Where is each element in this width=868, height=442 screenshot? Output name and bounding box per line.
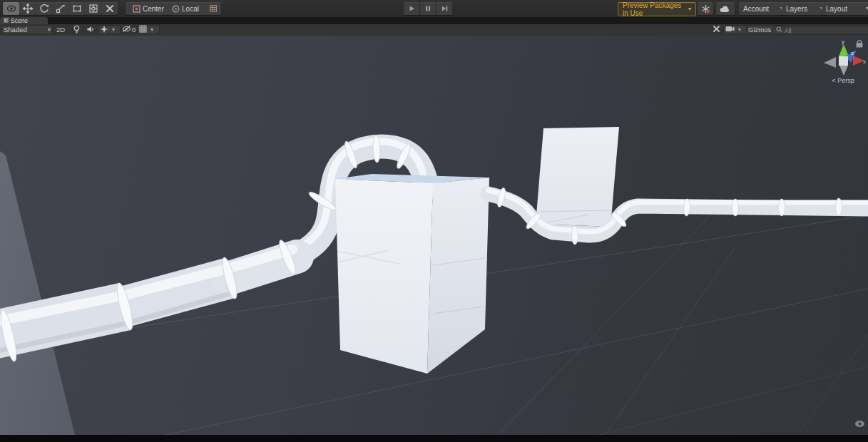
scene-3d-render	[0, 36, 868, 435]
pivot-mode-label: Center	[143, 5, 164, 13]
cloud-services-button[interactable]	[716, 2, 735, 15]
move-icon	[23, 4, 33, 14]
camera-settings-dropdown[interactable]: ▾	[723, 25, 747, 34]
grid-settings-dropdown[interactable]: ▾	[137, 25, 160, 34]
rotation-mode-label: Local	[182, 5, 199, 13]
rect-tool-button[interactable]	[68, 2, 85, 15]
tab-bar: Scene	[0, 17, 868, 24]
orientation-gizmo[interactable]: y z x	[818, 37, 868, 78]
gizmo-z-label: z	[851, 50, 854, 56]
gizmo-axis-neg-y[interactable]	[839, 66, 848, 76]
pause-button[interactable]	[420, 2, 436, 15]
letterbox-bar	[0, 435, 868, 442]
collab-button[interactable]	[698, 2, 713, 15]
rotate-icon	[39, 4, 49, 14]
rotate-tool-button[interactable]	[36, 2, 52, 15]
box-object[interactable]	[335, 174, 489, 374]
gizmo-axis-y[interactable]	[839, 44, 849, 56]
cube-icon	[4, 18, 9, 24]
rect-icon	[72, 4, 82, 14]
box-right-face	[427, 178, 489, 374]
step-button[interactable]	[436, 2, 452, 15]
gizmo-x-label: x	[863, 58, 866, 65]
shading-mode-dropdown[interactable]: Shaded ▾	[1, 25, 53, 34]
chevron-down-icon: ▾	[738, 27, 741, 33]
account-label: Account	[743, 5, 769, 13]
grid-snap-icon	[209, 4, 218, 13]
main-toolbar: Center Local Preview Packages in Use ▾	[0, 0, 868, 18]
unity-editor-window: Center Local Preview Packages in Use ▾	[0, 0, 868, 442]
custom-tool-button[interactable]	[101, 2, 118, 15]
gizmo-y-label: y	[842, 38, 844, 45]
scale-icon	[56, 4, 66, 14]
gizmos-label: Gizmos	[748, 26, 771, 34]
scene-search-input[interactable]: All	[772, 26, 868, 35]
preview-packages-label: Preview Packages in Use	[623, 1, 683, 17]
transform-icon	[88, 4, 98, 14]
lightbulb-icon	[73, 25, 81, 35]
hidden-object-count: 0	[132, 26, 136, 34]
scene-tab[interactable]: Scene	[0, 17, 48, 24]
hand-icon	[6, 4, 16, 14]
collab-icon	[701, 4, 710, 14]
step-icon	[440, 4, 449, 13]
lock-icon[interactable]	[857, 41, 863, 48]
camera-icon	[725, 26, 735, 34]
scene-viewport[interactable]: y z x < Persp	[0, 36, 868, 435]
scene-view-toolbar: Shaded ▾ 2D ▾ 0 ▾ ▾	[0, 24, 868, 36]
panel-object[interactable]	[536, 127, 619, 234]
pause-icon	[424, 4, 432, 13]
preview-packages-button[interactable]: Preview Packages in Use ▾	[618, 2, 696, 16]
layout-label: Layout	[826, 5, 847, 13]
gizmo-axis-neg-x[interactable]	[824, 57, 836, 68]
transform-tool-button[interactable]	[85, 2, 101, 15]
2d-toggle[interactable]: 2D	[54, 25, 67, 34]
wall-plane[interactable]	[0, 151, 75, 435]
cloud-icon	[720, 5, 731, 13]
audio-icon	[86, 25, 95, 35]
effects-icon	[100, 25, 108, 35]
layers-dropdown[interactable]: Layers ▾	[782, 2, 827, 15]
scene-visibility-toggle[interactable]: 0	[120, 25, 138, 34]
layout-dropdown[interactable]: Layout ▾	[822, 2, 868, 15]
play-icon	[407, 4, 416, 13]
chevron-down-icon: ▾	[688, 6, 691, 12]
grid-snap-button[interactable]	[205, 2, 221, 15]
chevron-left-icon: <	[832, 77, 835, 84]
chevron-down-icon: ▾	[150, 27, 153, 33]
view-tool-button[interactable]	[3, 2, 19, 15]
chevron-down-icon: ▾	[48, 27, 51, 33]
play-button[interactable]	[404, 2, 419, 15]
tools-icon	[713, 25, 720, 34]
projection-label[interactable]: < Persp	[820, 77, 866, 84]
scene-tab-label: Scene	[11, 18, 28, 24]
pivot-local-icon	[172, 5, 180, 13]
layers-label: Layers	[786, 5, 807, 13]
gizmo-center-cube[interactable]	[839, 56, 848, 66]
visibility-icon	[122, 25, 131, 34]
2d-toggle-label: 2D	[56, 26, 65, 34]
magnifier-icon	[776, 26, 782, 34]
shading-mode-label: Shaded	[4, 26, 27, 34]
chevron-down-icon: ▾	[112, 27, 115, 33]
effects-dropdown[interactable]: ▾	[98, 25, 121, 34]
box-left-face	[335, 179, 433, 374]
wrench-icon	[105, 4, 115, 14]
editor-tools-button[interactable]	[710, 25, 723, 34]
account-dropdown[interactable]: Account ▾	[739, 2, 787, 15]
grid-icon	[139, 25, 147, 34]
scene-search-text: All	[785, 27, 791, 34]
move-tool-button[interactable]	[19, 2, 36, 15]
lighting-toggle[interactable]	[71, 25, 83, 34]
scale-tool-button[interactable]	[52, 2, 68, 15]
audio-toggle[interactable]	[84, 25, 97, 34]
eye-icon[interactable]	[854, 420, 865, 428]
pivot-center-icon	[133, 5, 141, 13]
rotation-mode-button[interactable]: Local	[164, 2, 207, 15]
